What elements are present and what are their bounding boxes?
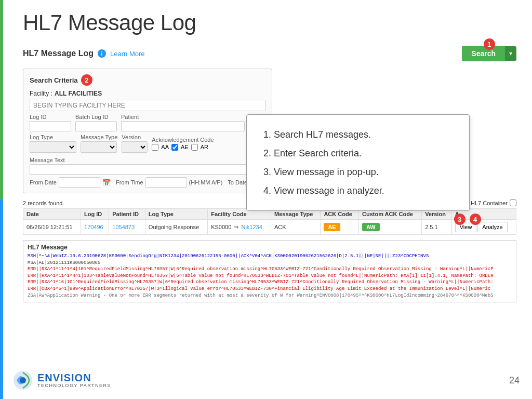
hl7-msh-line: MSH|^~\&|WebIZ.19.6.20190628|KS0000|Send…	[28, 253, 512, 260]
col-patient-id: Patient ID	[109, 209, 145, 220]
message-text-label: Message Text	[30, 157, 265, 163]
facility-value: ALL FACILITIES	[55, 90, 102, 97]
hl7-err-line-3: ERR||RXA^1^16|101^RequiredFieldMissing^H…	[28, 279, 512, 286]
aa-label: AA	[161, 144, 169, 150]
log-id-input[interactable]	[30, 121, 71, 131]
search-main-button[interactable]: Search	[462, 46, 505, 61]
svg-point-1	[20, 377, 26, 383]
hl7-message-panel: HL7 Message MSH|^~\&|WebIZ.19.6.20190628…	[23, 240, 516, 302]
patient-input[interactable]	[121, 121, 245, 131]
hl7-zsa-line: ZSA|AW^Application Warning - One or more…	[28, 292, 512, 299]
callout-list: Search HL7 messages. Enter Search criter…	[261, 125, 455, 200]
info-icon[interactable]: i	[98, 49, 106, 58]
search-criteria-title: Search Criteria 2	[30, 74, 265, 86]
analyze-button[interactable]: Analyze	[477, 222, 507, 232]
col-date: Date	[23, 209, 81, 220]
batch-log-id-label: Batch Log ID	[75, 114, 117, 120]
callout-item-1: Search HL7 messages.	[274, 125, 455, 144]
analyze-badge: 4	[470, 214, 481, 225]
logo-subtitle: TECHNOLOGY PARTNERS	[37, 383, 111, 389]
ae-label: AE	[181, 144, 189, 150]
facility-code-2-link[interactable]: Nik1234	[241, 224, 262, 230]
logtype-row: Log Type Message Type Version Acknowledg…	[30, 134, 265, 175]
page-title: HL7 Message Log	[23, 10, 516, 35]
cell-version: 2.5.1	[422, 220, 452, 235]
search-criteria-panel: Search Criteria 2 Facility : ALL FACILIT…	[23, 69, 272, 193]
batch-log-id-input[interactable]	[75, 121, 117, 131]
left-accent-bar	[0, 0, 3, 399]
from-date-group: From Date 01/01/2019 📅	[30, 177, 111, 188]
facility-label: Facility :	[30, 90, 52, 97]
callout-item-3: View message in pop-up.	[274, 163, 455, 181]
log-id-label: Log ID	[30, 114, 71, 120]
version-label: Version	[122, 134, 148, 140]
callout-box: Search HL7 messages. Enter Search criter…	[246, 114, 470, 211]
from-time-group: From Time 12:00 AM (HH:MM A/P)	[116, 177, 222, 188]
from-date-input[interactable]: 01/01/2019	[59, 177, 100, 188]
cell-custom-ack-code: AW	[358, 220, 421, 235]
version-select[interactable]	[122, 141, 148, 153]
patient-id-link[interactable]: 1054873	[112, 224, 135, 230]
ack-checkboxes: AA AE AR	[152, 144, 214, 151]
results-table: Date Log ID Patient ID Log Type Facility…	[23, 208, 516, 235]
footer: ENVISION TECHNOLOGY PARTNERS 24	[12, 370, 520, 391]
log-id-link[interactable]: 170496	[84, 224, 103, 230]
view-badge: 3	[454, 214, 466, 225]
cell-patient-id: 1054873	[109, 220, 145, 235]
message-type-select[interactable]	[81, 141, 117, 153]
callout-item-2: Enter Search criteria.	[274, 144, 455, 163]
toggle-checkbox[interactable]	[510, 200, 516, 206]
cell-actions: 3 4 View Analyze	[451, 220, 516, 235]
ar-label: AR	[201, 144, 208, 150]
ae-checkbox[interactable]	[171, 144, 178, 151]
logo-area: ENVISION TECHNOLOGY PARTNERS	[12, 370, 111, 391]
ack-code-label: Acknowledgement Code	[152, 137, 214, 143]
cell-facility-code: KS0000 ⇒ Nik1234	[208, 220, 271, 235]
results-section: 2 records found. Toggle Max Width of HL7…	[23, 200, 516, 302]
learn-more-link[interactable]: Learn More	[110, 50, 144, 58]
from-date-calendar-icon[interactable]: 📅	[102, 179, 111, 187]
col-log-type: Log Type	[145, 209, 207, 220]
chevron-down-icon: ▾	[509, 50, 512, 57]
envision-logo-icon	[12, 370, 33, 391]
cell-message-type: ACK	[271, 220, 321, 235]
action-buttons: 3 4 View Analyze	[455, 222, 513, 232]
cell-date: 06/26/19 12:21:51	[23, 220, 81, 235]
hl7-panel-title: HL7 Message	[28, 244, 512, 251]
hl7-err-line-1: ERR||RXA^1^11^1^4|101^RequiredFieldMissi…	[28, 266, 512, 273]
hl7-err-line-4: ERR||OBX^1^5^1|999^ApplicationError^HL70…	[28, 286, 512, 292]
aa-checkbox[interactable]	[152, 144, 158, 151]
log-type-select[interactable]	[30, 141, 76, 153]
date-row: From Date 01/01/2019 📅 From Time 12:00 A…	[30, 177, 265, 188]
from-time-input[interactable]: 12:00 AM	[145, 177, 187, 188]
header-left: HL7 Message Log i Learn More	[23, 49, 145, 58]
to-date-label: To Date	[228, 179, 247, 185]
custom-ack-badge: AW	[362, 223, 380, 231]
facility-code-1: KS0000	[211, 224, 231, 230]
search-badge: 1	[484, 38, 495, 50]
ar-checkbox[interactable]	[191, 144, 198, 151]
arrow-icon: ⇒	[234, 224, 238, 230]
facility-input[interactable]	[30, 100, 265, 111]
message-text-input[interactable]	[30, 164, 265, 175]
page-number: 24	[509, 375, 520, 386]
from-date-label: From Date	[30, 179, 57, 185]
hl7-msa-line: MSA|AE|20121111KS000050865	[28, 260, 512, 267]
search-button-wrap: 1 Search ▾	[462, 46, 516, 61]
message-type-label: Message Type	[81, 134, 117, 140]
facility-row: Facility : ALL FACILITIES	[30, 90, 265, 97]
logo-text: ENVISION TECHNOLOGY PARTNERS	[37, 372, 111, 389]
header-title: HL7 Message Log	[23, 49, 94, 58]
ack-code-badge: AE	[324, 223, 340, 231]
patient-label: Patient	[121, 114, 265, 120]
col-log-id: Log ID	[81, 209, 109, 220]
search-dropdown-button[interactable]: ▾	[505, 46, 516, 61]
logid-row: Log ID Batch Log ID Patient 🔍 ✕	[30, 114, 265, 131]
criteria-badge: 2	[81, 74, 92, 86]
header-row: HL7 Message Log i Learn More 1 Search ▾	[23, 46, 516, 61]
cell-log-type: Outgoing Response	[145, 220, 207, 235]
from-time-hint: (HH:MM A/P)	[189, 179, 223, 185]
logo-name: ENVISION	[37, 372, 111, 383]
hl7-err-line-2: ERR||RXA^1^11^1^4^1|103^TableValueNotFou…	[28, 273, 512, 280]
callout-item-4: View message in analyzer.	[274, 181, 455, 200]
